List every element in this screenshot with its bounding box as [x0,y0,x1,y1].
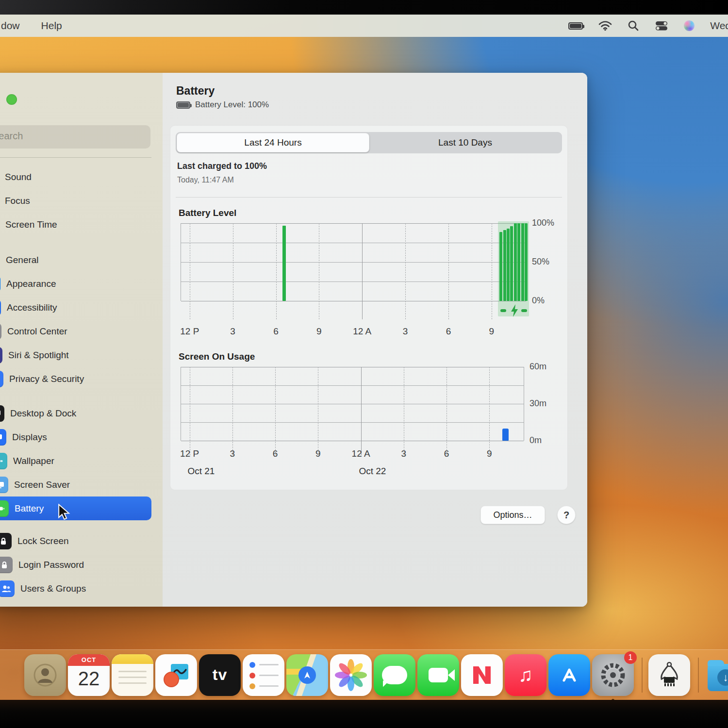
displays-icon [0,429,6,446]
x-axis-tick-label: 6 [444,448,449,459]
sidebar-item-desktop-dock[interactable]: Desktop & Dock [0,401,151,425]
search-icon[interactable] [628,20,639,32]
menu-item-dow[interactable]: dow [1,20,20,32]
y-axis-tick-label: 0m [529,435,542,446]
battery-level-bar [525,223,528,301]
sidebar-item-list: SoundFocusScreen TimeGeneralAppearanceAc… [0,165,163,600]
sidebar-item-users-groups[interactable]: Users & Groups [0,577,151,600]
sidebar-item-lock-screen[interactable]: Lock Screen [0,529,151,553]
battery-icon[interactable] [568,22,583,30]
settings-main-pane: Battery Battery Level: 100% Last 24 Hour… [163,73,587,607]
dock-icon-maps[interactable] [286,654,328,696]
sidebar-item-label: General [6,255,39,265]
battery-level-chart: 12 P36912 A369100%50%0% [181,223,527,301]
sidebar-item-appearance[interactable]: Appearance [0,272,151,296]
x-axis-tick-label: 9 [315,448,321,459]
calendar-month: OCT [68,654,110,666]
sidebar-item-label: Users & Groups [20,583,86,594]
tab-last-10-days[interactable]: Last 10 Days [369,133,561,152]
dock-icon-downloads-folder[interactable]: ↓ [705,654,728,696]
apple-tv-label: tv [213,666,227,684]
sidebar-search-input[interactable]: Search [0,125,150,149]
sidebar-item-displays[interactable]: Displays [0,425,151,449]
battery-level-bar [282,226,286,301]
sidebar-item-label: Battery [15,503,44,514]
x-axis-tick-label: 12 P [180,326,199,337]
menu-bar-clock[interactable]: Wed [710,20,728,32]
gridline-vertical [362,223,363,319]
wifi-icon[interactable] [598,20,612,31]
x-axis-tick-label: 3 [401,448,407,459]
gridline-vertical [275,367,276,455]
dock-icon-news[interactable] [461,654,503,696]
x-axis-date-label: Oct 21 [187,466,215,477]
dock-icon-chip-utility[interactable] [648,654,690,696]
sidebar-item-focus[interactable]: Focus [0,189,151,213]
tab-last-24-hours[interactable]: Last 24 Hours [177,133,369,152]
dock-icon-facetime[interactable] [417,654,459,696]
siri-icon[interactable] [684,20,695,31]
sidebar-item-siri-spotlight[interactable]: Siri & Spotlight [0,343,151,367]
control-center-icon[interactable] [655,20,668,31]
gridline-vertical [233,223,233,319]
dock-icon-messages[interactable] [374,654,415,696]
charging-dash [521,309,527,312]
options-button[interactable]: Options… [480,506,545,524]
sidebar-item-login-password[interactable]: Login Password [0,553,151,577]
sidebar-item-battery[interactable]: Battery [0,496,151,520]
sidebar-item-label: Screen Saver [14,480,70,490]
gridline-vertical [492,223,492,319]
battery-level-bar [510,226,513,301]
sidebar-item-label: Displays [12,432,47,443]
sidebar-item-screen-saver[interactable]: Screen Saver [0,473,151,496]
dock-icon-calendar[interactable]: OCT22 [68,654,110,696]
sidebar-item-privacy-security[interactable]: Privacy & Security [0,367,151,391]
sidebar-item-screen-time[interactable]: Screen Time [0,213,151,236]
dock-icon-apple-tv[interactable]: tv [199,654,241,696]
sidebar-item-accessibility[interactable]: Accessibility [0,296,151,319]
desktop-dock-icon [0,405,4,422]
screen-usage-bar [502,429,509,441]
sidebar-item-label: Wallpaper [13,456,54,466]
dock-icon-system-settings[interactable]: 1 [592,654,634,696]
x-axis-date-label: Oct 22 [359,466,386,477]
mouse-cursor [57,504,72,520]
dock-icon-photos[interactable] [330,654,372,696]
traffic-light-green[interactable] [6,94,17,105]
calendar-day: 22 [78,668,100,690]
sidebar-item-general[interactable]: General [0,248,151,272]
x-axis-tick-label: 3 [403,326,408,337]
dock-icon-freeform[interactable] [155,654,197,696]
appearance-icon [0,276,0,292]
sidebar-item-control-center[interactable]: Control Center [0,319,151,343]
music-note-glyph: ♫ [518,664,533,686]
battery-level-bar [517,223,520,301]
battery-level-bar [507,229,510,301]
dock-icon-contacts[interactable] [24,654,66,696]
sidebar-item-sound[interactable]: Sound [0,165,151,189]
battery-level-summary: Battery Level: 100% [176,100,269,110]
menu-bar-left: dowHelp [0,20,62,32]
wallpaper-icon [0,453,7,469]
control-center-icon [0,323,1,340]
siri-icon [0,347,2,364]
y-axis-tick-label: 60m [529,362,546,372]
sidebar-item-label: Sound [5,172,32,182]
dock-icon-app-store[interactable] [548,654,590,696]
y-axis-tick-label: 50% [532,257,549,267]
battery-level-chart-title: Battery Level [179,208,236,218]
screen-on-usage-chart: 12 P36912 A369Oct 21Oct 2260m30m0m [181,367,524,441]
x-axis-tick-label: 12 A [352,448,370,459]
accessibility-icon [0,299,1,316]
x-axis-tick-label: 12 P [180,448,199,459]
dock-icon-reminders[interactable] [243,654,284,696]
help-button[interactable]: ? [557,506,576,524]
dock-icon-notes[interactable] [112,654,153,696]
dock-icon-music[interactable]: ♫ [505,654,546,696]
battery-level-bar [521,223,524,301]
sidebar-item-wallpaper[interactable]: Wallpaper [0,449,151,473]
gridline-vertical [361,367,362,455]
sidebar-item-label: Focus [5,196,30,206]
menu-item-help[interactable]: Help [41,20,62,32]
battery-level-bar [514,223,517,301]
